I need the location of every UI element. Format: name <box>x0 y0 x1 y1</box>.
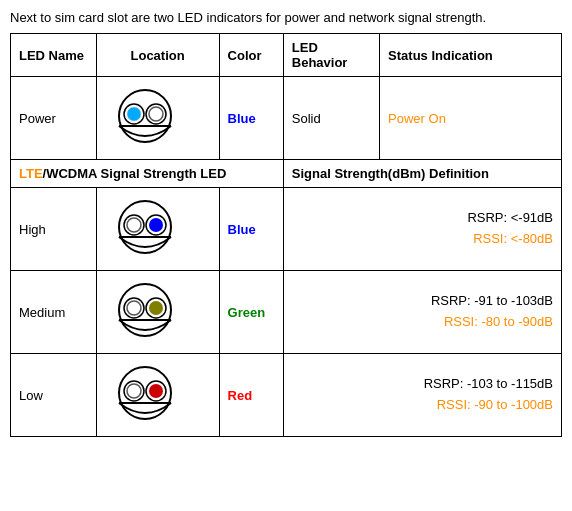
high-location <box>96 188 219 271</box>
high-name: High <box>11 188 97 271</box>
high-color: Blue <box>219 188 283 271</box>
power-location <box>96 77 219 160</box>
high-signal-def: RSRP: <-91dB RSSI: <-80dB <box>292 208 553 250</box>
high-led-icon <box>105 194 185 264</box>
power-status: Power On <box>380 77 562 160</box>
power-row: Power <box>11 77 562 160</box>
low-name: Low <box>11 354 97 437</box>
power-name: Power <box>11 77 97 160</box>
low-rssi: RSSI: -90 to -100dB <box>292 395 553 416</box>
high-row: High Blue RSRP: <-91dB RSSI <box>11 188 562 271</box>
medium-rsrp: RSRP: -91 to -103dB <box>292 291 553 312</box>
svg-point-3 <box>149 107 163 121</box>
signal-def-label: Signal Strength(dBm) Definition <box>283 160 561 188</box>
header-color: Color <box>219 34 283 77</box>
high-rssi: RSSI: <-80dB <box>292 229 553 250</box>
svg-point-15 <box>127 301 141 315</box>
medium-led-icon <box>105 277 185 347</box>
power-color: Blue <box>219 77 283 160</box>
signal-label: LTE/WCDMA Signal Strength LED <box>11 160 284 188</box>
lte-label: LTE <box>19 166 43 181</box>
signal-section-header: LTE/WCDMA Signal Strength LED Signal Str… <box>11 160 562 188</box>
medium-name: Medium <box>11 271 97 354</box>
header-behavior: LED Behavior <box>283 34 379 77</box>
signal-label-text: Signal Strength LED <box>97 166 226 181</box>
svg-point-9 <box>127 218 141 232</box>
header-status: Status Indication <box>380 34 562 77</box>
high-rsrp: RSRP: <-91dB <box>292 208 553 229</box>
low-color: Red <box>219 354 283 437</box>
medium-location <box>96 271 219 354</box>
medium-rssi: RSSI: -80 to -90dB <box>292 312 553 333</box>
svg-point-23 <box>149 384 163 398</box>
medium-row: Medium Green RSRP: -91 to -103dB <box>11 271 562 354</box>
low-signal-def: RSRP: -103 to -115dB RSSI: -90 to -100dB <box>292 374 553 416</box>
medium-signal-def: RSRP: -91 to -103dB RSSI: -80 to -90dB <box>292 291 553 333</box>
table-header-row: LED Name Location Color LED Behavior Sta… <box>11 34 562 77</box>
low-rsrp: RSRP: -103 to -115dB <box>292 374 553 395</box>
svg-point-11 <box>149 218 163 232</box>
header-location: Location <box>96 34 219 77</box>
low-location <box>96 354 219 437</box>
low-led-icon <box>105 360 185 430</box>
svg-point-21 <box>127 384 141 398</box>
low-row: Low Red RSRP: -103 to -115dB <box>11 354 562 437</box>
intro-text: Next to sim card slot are two LED indica… <box>10 10 562 25</box>
wcdma-label: /WCDMA <box>43 166 97 181</box>
svg-point-2 <box>127 107 141 121</box>
power-behavior: Solid <box>283 77 379 160</box>
medium-color: Green <box>219 271 283 354</box>
header-led-name: LED Name <box>11 34 97 77</box>
power-led-icon <box>105 83 185 153</box>
svg-point-17 <box>149 301 163 315</box>
